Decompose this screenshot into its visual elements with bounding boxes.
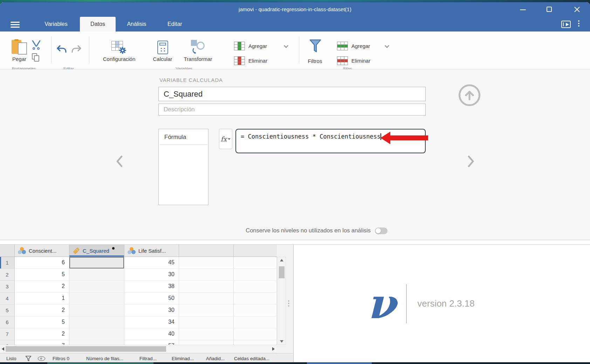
jamovi-app: jamovi - quadratic-regression-in-class-d… (0, 0, 590, 364)
close-button[interactable] (571, 5, 583, 14)
column-header-empty[interactable] (179, 245, 234, 257)
row-header[interactable]: 3 (0, 281, 15, 293)
cell[interactable] (234, 316, 277, 328)
cell[interactable]: 2 (15, 281, 69, 293)
cell[interactable] (179, 316, 234, 328)
cell[interactable] (234, 257, 277, 269)
previous-variable-button[interactable] (116, 155, 123, 169)
delete-row-button[interactable]: Eliminar (337, 56, 370, 65)
tab-variables[interactable]: Variables (33, 17, 79, 31)
column-header-c-squared[interactable]: C_Squared (69, 245, 124, 257)
next-variable-button[interactable] (467, 155, 475, 169)
cell[interactable] (69, 304, 124, 316)
cell[interactable]: 5 (15, 269, 69, 281)
cell[interactable]: 7 (15, 340, 69, 345)
cell[interactable] (234, 293, 277, 304)
minimize-button[interactable] (517, 5, 529, 14)
add-row-dropdown-icon[interactable] (385, 44, 389, 47)
cell[interactable]: 38 (124, 281, 179, 293)
cell[interactable] (234, 340, 277, 345)
transform-button[interactable]: Transformar (175, 38, 221, 63)
scroll-right-icon[interactable] (272, 347, 275, 351)
cell[interactable]: 6 (15, 257, 69, 269)
tab-analisis[interactable]: Análisis (117, 17, 156, 31)
variable-description-input[interactable] (158, 104, 426, 115)
cell[interactable]: 30 (124, 304, 179, 316)
vertical-scrollbar-thumb[interactable] (279, 266, 284, 278)
filters-button[interactable] (309, 39, 322, 54)
cell[interactable] (179, 328, 234, 340)
row-header[interactable]: 4 (0, 293, 15, 304)
cell[interactable] (179, 293, 234, 304)
cell[interactable] (179, 281, 234, 293)
horizontal-scrollbar-thumb[interactable] (6, 346, 166, 352)
cell[interactable]: 45 (124, 257, 179, 269)
cell[interactable] (69, 328, 124, 340)
maximize-button[interactable] (543, 5, 555, 14)
undo-button[interactable] (56, 45, 67, 56)
cut-button[interactable] (31, 39, 41, 50)
cell[interactable] (234, 328, 277, 340)
column-header-conscientiousness[interactable]: Conscient... (15, 245, 69, 257)
cell[interactable] (234, 269, 277, 281)
hamburger-menu-icon[interactable] (11, 22, 20, 29)
cell[interactable] (69, 281, 124, 293)
scroll-left-icon[interactable] (2, 347, 4, 351)
copy-button[interactable] (32, 53, 41, 62)
cell[interactable] (179, 340, 234, 345)
row-header[interactable]: 7 (0, 328, 15, 340)
retain-levels-toggle[interactable] (375, 227, 387, 234)
row-header[interactable]: 5 (0, 304, 15, 316)
cell[interactable] (69, 316, 124, 328)
add-variable-dropdown-icon[interactable] (284, 44, 288, 47)
row-header[interactable]: 1 (0, 257, 15, 269)
cell[interactable] (234, 281, 277, 293)
collapse-editor-button[interactable] (459, 84, 480, 106)
cell[interactable] (69, 340, 124, 345)
horizontal-scrollbar[interactable] (0, 345, 277, 353)
cell[interactable]: 50 (124, 293, 179, 304)
redo-button[interactable] (71, 45, 82, 56)
tab-editar[interactable]: Editar (158, 17, 192, 31)
cell[interactable] (179, 257, 234, 269)
cell[interactable]: 2 (15, 304, 69, 316)
copy-icon (32, 53, 41, 62)
cell[interactable]: 5 (15, 316, 69, 328)
row-header[interactable]: 6 (0, 316, 15, 328)
row-header[interactable]: 8 (0, 340, 15, 345)
status-eye-icon[interactable] (38, 356, 45, 361)
cell[interactable] (234, 304, 277, 316)
results-panel-toggle-icon[interactable] (561, 21, 571, 28)
paste-button[interactable]: Pegar (8, 38, 31, 63)
scroll-up-icon[interactable] (280, 259, 283, 261)
cell[interactable] (179, 269, 234, 281)
vertical-scrollbar[interactable] (277, 257, 286, 345)
add-variable-button[interactable]: Agregar (234, 41, 267, 50)
panel-splitter-handle[interactable] (288, 300, 289, 308)
cell[interactable]: 34 (124, 316, 179, 328)
setup-button[interactable]: Configuración (97, 38, 142, 63)
column-header-life-satisfaction[interactable]: Life Satisf... (124, 245, 179, 257)
cell[interactable] (179, 304, 234, 316)
delete-variable-button[interactable]: Eliminar (234, 56, 267, 65)
selected-cell[interactable] (69, 257, 124, 269)
fx-functions-button[interactable]: fx (219, 129, 232, 149)
cell[interactable] (69, 293, 124, 304)
status-funnel-icon[interactable] (25, 356, 32, 362)
cell[interactable]: 57 (124, 340, 179, 345)
column-header-empty[interactable] (234, 245, 277, 257)
filters-label[interactable]: Filtros (304, 58, 326, 64)
cell[interactable] (69, 269, 124, 281)
formula-input[interactable]: = Conscientiousness * Conscientiousness (235, 129, 426, 153)
variable-name-input[interactable] (158, 87, 426, 101)
add-row-button[interactable]: Agregar (337, 41, 370, 50)
cell[interactable]: 1 (15, 293, 69, 304)
cell[interactable]: 30 (124, 269, 179, 281)
scroll-down-icon[interactable] (280, 340, 283, 343)
row-header[interactable]: 2 (0, 269, 15, 281)
cell[interactable]: 2 (15, 328, 69, 340)
compute-button[interactable]: Calcular (147, 38, 178, 63)
kebab-menu-icon[interactable] (577, 20, 581, 28)
cell[interactable]: 40 (124, 328, 179, 340)
tab-datos[interactable]: Datos (80, 17, 116, 31)
